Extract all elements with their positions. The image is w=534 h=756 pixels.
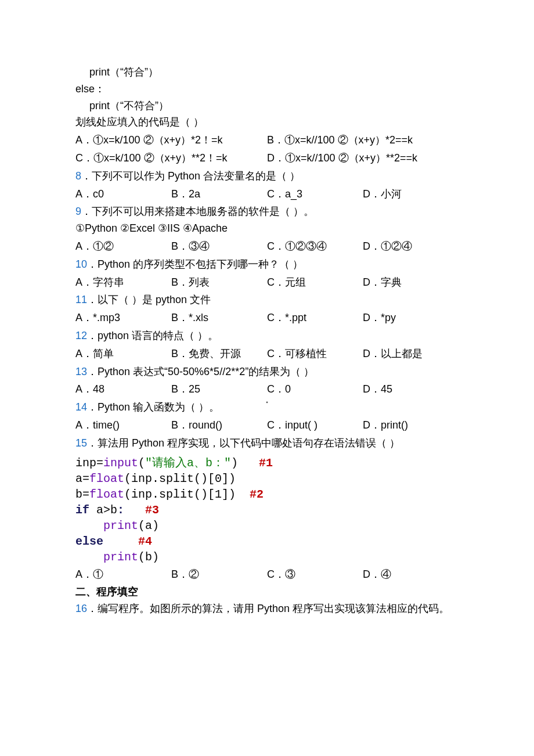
option-b: B．② xyxy=(171,566,267,583)
code-num: 1 xyxy=(215,488,222,501)
question-text: ．Python 的序列类型不包括下列哪一种？（ ） xyxy=(87,258,303,270)
question-9: 9．下列不可以用来搭建本地服务器的软件是（ ）。 xyxy=(75,203,459,220)
code-comment: #1 xyxy=(259,456,273,470)
option-d: D．以上都是 xyxy=(363,345,459,362)
option-c: C．③ xyxy=(267,566,363,583)
code-text: ) xyxy=(231,456,259,470)
question-number: 16 xyxy=(75,603,87,614)
code-line: print（“符合”） xyxy=(89,64,459,81)
code-fn: print xyxy=(103,550,138,564)
code-text xyxy=(75,519,103,532)
option-row: A．time() B．round() C．input( ) D．print() xyxy=(75,417,459,434)
option-c: C．可移植性 xyxy=(267,345,363,362)
code-keyword: if xyxy=(75,503,89,517)
question-number: 14 xyxy=(75,401,87,413)
code-comment: #4 xyxy=(138,535,152,548)
question-text: ．算法用 Python 程序实现，以下代码中哪处语句存在语法错误（ ） xyxy=(87,437,400,449)
code-comment: #3 xyxy=(145,503,159,517)
option-a: A．字符串 xyxy=(75,274,171,291)
code-text xyxy=(75,550,103,564)
option-c: C．a_3 xyxy=(267,186,363,203)
code-text: b= xyxy=(75,488,89,501)
option-d: D．45 xyxy=(363,381,459,398)
option-d: D．①②④ xyxy=(363,238,459,255)
question-number: 10 xyxy=(75,258,87,270)
question-13: 13．Python 表达式“50-50%6*5//2**2”的结果为（ ） xyxy=(75,363,459,380)
question-number: 9 xyxy=(75,206,81,217)
question-text: ．python 语言的特点（ ）。 xyxy=(87,330,218,341)
option-row: A．字符串 B．列表 C．元组 D．字典 xyxy=(75,274,459,291)
code-string: "请输入a、b：" xyxy=(145,456,231,470)
option-c: C．①②③④ xyxy=(267,238,363,255)
page: print（“符合”） else： print（“不符合”） 划线处应填入的代码… xyxy=(0,0,534,756)
question-stem: 划线处应填入的代码是（ ） xyxy=(75,114,459,131)
question-text: ．编写程序。如图所示的算法，请用 Python 程序写出实现该算法相应的代码。 xyxy=(87,603,449,614)
option-d: D．小河 xyxy=(363,186,459,203)
option-b: B．*.xls xyxy=(171,309,267,326)
option-row: C．①x=k/100 ②（x+y）**2！=k D．①x=k//100 ②（x+… xyxy=(75,150,459,167)
option-row: A．①x=k/100 ②（x+y）*2！=k B．①x=k//100 ②（x+y… xyxy=(75,132,459,149)
code-text: (a) xyxy=(138,519,159,532)
question-14: ▪ 14．Python 输入函数为（ ）。 xyxy=(75,399,459,416)
option-b: B．round() xyxy=(171,417,267,434)
option-a: A．简单 xyxy=(75,345,171,362)
code-fn: input xyxy=(103,456,138,470)
option-a: A．① xyxy=(75,566,171,583)
code-text: ]) xyxy=(222,472,236,485)
center-mark-icon: ▪ xyxy=(266,398,268,407)
code-text: inp= xyxy=(75,456,103,470)
option-d: D．字典 xyxy=(363,274,459,291)
option-row: A．c0 B．2a C．a_3 D．小河 xyxy=(75,186,459,203)
question-11: 11．以下（ ）是 python 文件 xyxy=(75,291,459,308)
option-d: D．④ xyxy=(363,566,459,583)
option-a: A．c0 xyxy=(75,186,171,203)
code-text: ( xyxy=(138,456,145,470)
question-text: ．Python 表达式“50-50%6*5//2**2”的结果为（ ） xyxy=(87,366,314,377)
code-comment: #2 xyxy=(250,488,264,501)
code-line: print（“不符合”） xyxy=(89,98,459,114)
option-b: B．免费、开源 xyxy=(171,345,267,362)
code-text: (inp.split()[ xyxy=(124,472,215,485)
question-number: 11 xyxy=(75,294,87,305)
code-num: 0 xyxy=(215,472,222,485)
option-c: C．*.ppt xyxy=(267,309,363,326)
option-d: D．print() xyxy=(363,417,459,434)
option-row: A．*.mp3 B．*.xls C．*.ppt D．*py xyxy=(75,309,459,326)
option-a: A．①x=k/100 ②（x+y）*2！=k xyxy=(75,132,267,149)
question-number: 15 xyxy=(75,437,87,449)
question-text: ．以下（ ）是 python 文件 xyxy=(87,294,211,305)
option-b: B．①x=k//100 ②（x+y）*2==k xyxy=(267,132,459,149)
question-number: 13 xyxy=(75,366,87,377)
option-a: A．*.mp3 xyxy=(75,309,171,326)
option-a: A．①② xyxy=(75,238,171,255)
code-fn: print xyxy=(103,519,138,532)
code-fn: float xyxy=(89,472,124,485)
question-10: 10．Python 的序列类型不包括下列哪一种？（ ） xyxy=(75,256,459,273)
option-c: C．①x=k/100 ②（x+y）**2！=k xyxy=(75,150,267,167)
code-text: (inp.split()[ xyxy=(124,488,215,501)
code-text xyxy=(103,535,138,548)
option-b: B．③④ xyxy=(171,238,267,255)
code-fn: float xyxy=(89,488,124,501)
code-line: else： xyxy=(75,81,459,98)
option-c: C．input( ) xyxy=(267,417,363,434)
option-a: A．48 xyxy=(75,381,171,398)
code-text: a>b xyxy=(89,503,117,517)
question-number: 12 xyxy=(75,330,87,341)
question-sub: ①Python ②Excel ③IIS ④Apache xyxy=(75,220,459,237)
code-text: (b) xyxy=(138,550,159,564)
code-text: a= xyxy=(75,472,89,485)
option-b: B．列表 xyxy=(171,274,267,291)
option-b: B．25 xyxy=(171,381,267,398)
option-c: C．元组 xyxy=(267,274,363,291)
question-16: 16．编写程序。如图所示的算法，请用 Python 程序写出实现该算法相应的代码… xyxy=(75,600,459,617)
code-colon: : xyxy=(117,503,124,517)
option-row: A．①② B．③④ C．①②③④ D．①②④ xyxy=(75,238,459,255)
code-keyword: else xyxy=(75,535,103,548)
option-row: A．简单 B．免费、开源 C．可移植性 D．以上都是 xyxy=(75,345,459,362)
question-number: 8 xyxy=(75,170,81,182)
question-8: 8．下列不可以作为 Python 合法变量名的是（ ） xyxy=(75,168,459,185)
question-text: ．Python 输入函数为（ ）。 xyxy=(87,401,219,413)
question-text: ．下列不可以用来搭建本地服务器的软件是（ ）。 xyxy=(81,206,314,217)
question-12: 12．python 语言的特点（ ）。 xyxy=(75,327,459,344)
